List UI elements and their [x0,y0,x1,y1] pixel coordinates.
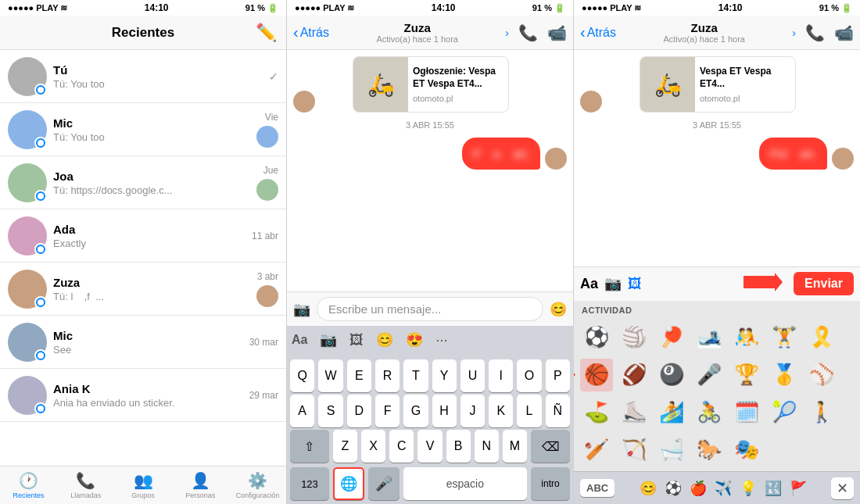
key-z[interactable]: Z [333,430,357,463]
call-icon-3[interactable]: 📞 [805,23,825,42]
emoji-bath[interactable]: 🛁 [654,432,690,468]
emoji-tb-objects[interactable]: 💡 [740,480,757,497]
send-button[interactable]: Enviar [794,272,854,295]
key-p[interactable]: P [546,359,570,392]
key-c[interactable]: C [389,430,414,463]
key-j[interactable]: J [460,395,485,427]
emoji-masks[interactable]: 🎭 [729,432,765,468]
list-item[interactable]: Tú Tú: You too ✓ [0,50,286,103]
emoji-tennis[interactable]: 🎾 [766,395,802,431]
emoji-pingpong[interactable]: 🏓 [654,320,690,356]
keyboard-font-btn[interactable]: Aa [292,333,307,347]
key-m[interactable]: M [503,430,527,463]
key-d[interactable]: D [347,395,371,427]
key-y[interactable]: Y [432,359,457,392]
close-emoji-icon[interactable]: ✕ [831,477,854,499]
tab-config[interactable]: ⚙️ Configuración [229,466,286,504]
chat-contact-info-2[interactable]: Zuza Activo(a) hace 1 hora [376,21,458,44]
emoji-skates[interactable]: ⛸️ [616,395,652,431]
shared-link-card-3[interactable]: 🛵 Vespa ET Vespa ET4... otomoto.pl [640,56,796,113]
emoji-football[interactable]: 🏈 [616,357,652,393]
emoji-ski[interactable]: 🎿 [691,320,727,356]
video-icon[interactable]: 📹 [547,23,567,42]
emoji-tb-sport[interactable]: ⚽ [665,480,682,497]
list-item[interactable]: Mic See 30 mar [0,316,286,369]
emoji-calendar[interactable]: 🗓️ [729,395,765,431]
abc-button[interactable]: ABC [580,479,615,497]
emoji-cricket[interactable]: 🏏 [579,432,615,468]
keyboard-camera-btn[interactable]: 📷 [320,331,337,349]
key-shift[interactable]: ⇧ [290,430,329,463]
emoji-soccer[interactable]: ⚽ [579,320,615,356]
key-b[interactable]: B [446,430,471,463]
emoji-volleyball[interactable]: 🏐 [616,320,652,356]
keyboard-more-btn[interactable]: ··· [435,332,447,349]
key-l[interactable]: L [517,395,541,427]
video-icon-3[interactable]: 📹 [834,23,854,42]
mic-key[interactable]: 🎤 [368,467,400,500]
emoji-archery[interactable]: 🏹 [616,432,652,468]
emoji-microphone[interactable]: 🎤 [691,357,727,393]
aa-label[interactable]: Aa [580,276,598,292]
key-f[interactable]: F [375,395,400,427]
emoji-tb-symbols[interactable]: 🔣 [765,480,782,497]
keyboard-emoji-btn[interactable]: 😊 [376,331,393,349]
key-g[interactable]: G [403,395,428,427]
key-n[interactable]: N [475,430,499,463]
key-space[interactable]: espacio [403,467,527,500]
chat-contact-info-3[interactable]: Zuza Activo(a) hace 1 hora [663,21,745,44]
emoji-tb-food[interactable]: 🍎 [690,480,707,497]
camera-icon-input[interactable]: 📷 [293,301,310,318]
emoji-horse[interactable]: 🐎 [691,432,727,468]
list-item[interactable]: Ania K Ania ha enviado un sticker. 29 ma… [0,369,286,422]
emoji-weightlifting[interactable]: 🏋️ [766,320,802,356]
key-w[interactable]: W [318,359,342,392]
compose-button[interactable]: ✏️ [256,23,277,43]
list-item[interactable]: Ada Exactly 11 abr [0,209,286,263]
emoji-wrestling[interactable]: 🤼 [729,320,765,356]
key-delete[interactable]: ⌫ [531,430,570,463]
sticker-icon[interactable]: 😊 [550,301,567,318]
emoji-tb-flags[interactable]: 🚩 [790,480,807,497]
emoji-8ball[interactable]: 🎱 [654,357,690,393]
key-x[interactable]: X [361,430,385,463]
tab-llamadas[interactable]: 📞 Llamadas [57,466,114,504]
emoji-medal[interactable]: 🥇 [766,357,802,393]
list-item[interactable]: Zuza Tú: l ,f ... 3 abr [0,263,286,316]
key-q[interactable]: Q [290,359,314,392]
keyboard-photo-btn[interactable]: 🖼 [349,332,364,349]
tab-grupos[interactable]: 👥 Grupos [114,466,171,504]
emoji-tb-travel[interactable]: ✈️ [715,480,732,497]
emoji-walking[interactable]: 🚶 [804,395,840,431]
camera-icon-emoji-bar[interactable]: 📷 [604,275,622,292]
back-button-3[interactable]: ‹ Atrás [580,23,616,41]
message-input[interactable] [317,297,543,321]
tab-recientes[interactable]: 🕐 Recientes [0,466,57,504]
list-item[interactable]: Joa Tú: https://docs.google.c... Jue [0,156,286,209]
photo-icon-emoji-bar[interactable]: 🖼 [628,276,642,292]
emoji-basketball[interactable]: 🏀 [579,357,615,393]
shared-link-card[interactable]: 🛵 Ogłoszenie: Vespa ET Vespa ET4... otom… [353,56,509,113]
emoji-trophy[interactable]: 🏆 [729,357,765,393]
key-t[interactable]: T [403,359,428,392]
key-v[interactable]: V [417,430,442,463]
call-icon[interactable]: 📞 [518,23,538,42]
emoji-surf[interactable]: 🏄 [654,395,690,431]
keyboard-emoji2-btn[interactable]: 😍 [406,331,423,349]
key-i[interactable]: I [489,359,513,392]
key-return[interactable]: intro [531,467,570,500]
key-k[interactable]: K [489,395,513,427]
key-n-tilde[interactable]: Ñ [546,395,570,427]
key-u[interactable]: U [460,359,485,392]
back-button-2[interactable]: ‹ Atrás [293,23,329,41]
key-h[interactable]: H [432,395,457,427]
emoji-baseball[interactable]: ⚾ [804,357,840,393]
list-item[interactable]: Mic Tú: You too Vie [0,103,286,156]
emoji-golf[interactable]: ⛳ [579,395,615,431]
key-a[interactable]: A [290,395,314,427]
key-o[interactable]: O [517,359,541,392]
tab-personas[interactable]: 👤 Personas [172,466,229,504]
key-e[interactable]: E [347,359,371,392]
key-123[interactable]: 123 [290,467,329,500]
emoji-cycling[interactable]: 🚴 [691,395,727,431]
